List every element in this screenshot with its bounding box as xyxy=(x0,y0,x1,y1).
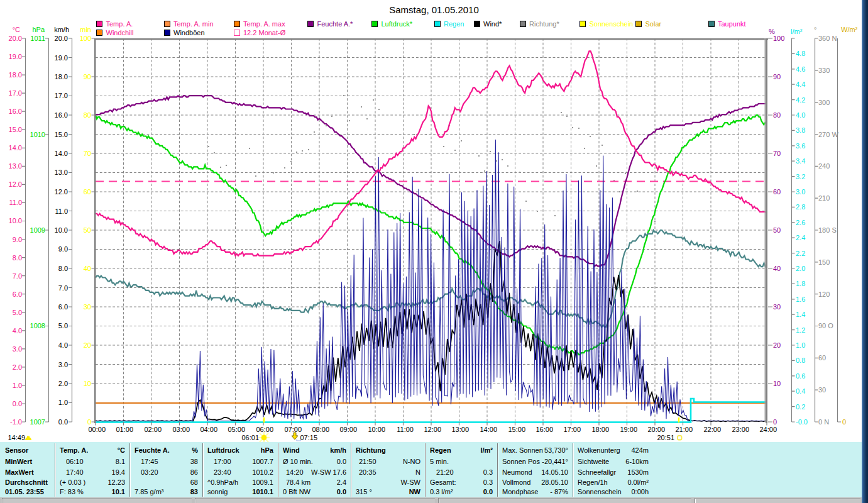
svg-text:2.0: 2.0 xyxy=(13,363,22,371)
svg-text:10: 10 xyxy=(773,380,781,387)
svg-text:210: 210 xyxy=(818,194,830,202)
svg-text:4.8: 4.8 xyxy=(796,50,805,57)
svg-text:1009: 1009 xyxy=(30,226,45,234)
svg-text:4.6: 4.6 xyxy=(796,65,805,73)
svg-text:18.0: 18.0 xyxy=(55,73,68,80)
svg-text:2.0: 2.0 xyxy=(796,265,805,272)
svg-text:l/m²: l/m² xyxy=(791,28,803,35)
svg-text:10.0: 10.0 xyxy=(9,217,22,224)
svg-text:0.2: 0.2 xyxy=(796,403,805,411)
svg-text:17:00: 17:00 xyxy=(563,426,581,433)
svg-text:9.0: 9.0 xyxy=(58,245,68,253)
svg-text:03:00: 03:00 xyxy=(172,426,190,433)
svg-text:6.0: 6.0 xyxy=(13,290,22,298)
svg-text:80: 80 xyxy=(84,111,91,119)
svg-text:3.4: 3.4 xyxy=(796,157,805,165)
svg-text:1011: 1011 xyxy=(30,35,45,42)
svg-text:2.2: 2.2 xyxy=(796,250,805,257)
svg-text:0: 0 xyxy=(87,418,91,426)
svg-text:5.0: 5.0 xyxy=(13,309,22,316)
svg-text:80: 80 xyxy=(773,111,781,119)
svg-text:10:00: 10:00 xyxy=(368,426,385,433)
svg-text:4.2: 4.2 xyxy=(796,96,805,104)
svg-text:0: 0 xyxy=(842,418,846,426)
svg-text:240: 240 xyxy=(818,162,830,170)
svg-text:0.4: 0.4 xyxy=(796,387,805,395)
svg-text:40: 40 xyxy=(773,265,781,272)
svg-text:11.0: 11.0 xyxy=(55,207,68,215)
svg-text:19.0: 19.0 xyxy=(9,53,22,60)
svg-text:60: 60 xyxy=(773,188,781,196)
svg-text:270 W: 270 W xyxy=(818,131,838,138)
svg-text:90 O: 90 O xyxy=(818,322,833,329)
svg-text:W/m²: W/m² xyxy=(841,26,858,33)
svg-text:12:00: 12:00 xyxy=(424,426,441,433)
svg-text:4.4: 4.4 xyxy=(796,80,805,88)
svg-text:120: 120 xyxy=(818,290,830,298)
svg-text:05:00: 05:00 xyxy=(228,426,245,433)
svg-text:15.0: 15.0 xyxy=(55,131,68,138)
svg-text:0.0: 0.0 xyxy=(58,418,68,426)
svg-text:1.6: 1.6 xyxy=(796,296,805,303)
svg-text:°: ° xyxy=(814,26,816,33)
svg-text:10: 10 xyxy=(84,380,91,387)
svg-text:150: 150 xyxy=(818,258,830,266)
svg-text:00:00: 00:00 xyxy=(88,426,106,433)
svg-text:18:00: 18:00 xyxy=(591,426,609,433)
svg-text:°C: °C xyxy=(13,26,20,33)
svg-text:14.0: 14.0 xyxy=(9,144,22,152)
svg-text:09:00: 09:00 xyxy=(339,426,357,433)
svg-text:km/h: km/h xyxy=(54,26,69,33)
svg-text:min: min xyxy=(80,26,91,33)
svg-text:20:51: 20:51 xyxy=(657,434,674,441)
svg-text:60: 60 xyxy=(84,188,91,196)
svg-text:08:00: 08:00 xyxy=(312,426,329,433)
svg-text:70: 70 xyxy=(773,150,781,157)
svg-text:8.0: 8.0 xyxy=(58,265,68,272)
svg-text:3.6: 3.6 xyxy=(796,142,805,150)
svg-text:4.0: 4.0 xyxy=(13,327,22,334)
svg-text:0.6: 0.6 xyxy=(796,372,805,380)
svg-text:8.0: 8.0 xyxy=(13,254,22,262)
svg-text:hPa: hPa xyxy=(32,26,45,33)
svg-text:02:00: 02:00 xyxy=(144,426,162,433)
svg-text:19.0: 19.0 xyxy=(55,54,68,62)
svg-text:07:00: 07:00 xyxy=(284,426,302,433)
svg-text:4.0: 4.0 xyxy=(58,341,68,349)
svg-text:17.0: 17.0 xyxy=(9,89,22,97)
svg-text:14:49: 14:49 xyxy=(8,434,25,441)
svg-text:4.0: 4.0 xyxy=(796,111,805,119)
svg-text:50: 50 xyxy=(84,226,91,234)
svg-text:23:00: 23:00 xyxy=(732,426,749,433)
svg-text:16.0: 16.0 xyxy=(55,111,68,119)
svg-text:9.0: 9.0 xyxy=(13,236,22,243)
svg-text:12.0: 12.0 xyxy=(55,188,68,196)
svg-text:13.0: 13.0 xyxy=(9,162,22,170)
svg-text:2.8: 2.8 xyxy=(796,203,805,211)
svg-text:1010: 1010 xyxy=(30,131,45,138)
svg-text:15.0: 15.0 xyxy=(9,126,22,133)
svg-text:100: 100 xyxy=(80,35,91,42)
svg-text:3.0: 3.0 xyxy=(13,345,22,353)
svg-text:06:01: 06:01 xyxy=(241,434,259,441)
svg-text:16.0: 16.0 xyxy=(9,108,22,115)
svg-text:330: 330 xyxy=(818,67,830,74)
svg-text:30: 30 xyxy=(773,303,781,311)
svg-text:16:00: 16:00 xyxy=(536,426,553,433)
svg-text:06:00: 06:00 xyxy=(256,426,273,433)
svg-text:24:00: 24:00 xyxy=(759,426,777,433)
svg-text:1.0: 1.0 xyxy=(58,399,68,406)
svg-text:04:00: 04:00 xyxy=(200,426,217,433)
svg-text:20: 20 xyxy=(84,341,91,349)
svg-text:12.0: 12.0 xyxy=(9,180,22,188)
svg-text:1.8: 1.8 xyxy=(796,280,805,287)
svg-text:11:00: 11:00 xyxy=(397,426,414,433)
svg-text:30: 30 xyxy=(818,386,826,394)
svg-text:1007: 1007 xyxy=(30,418,45,426)
svg-text:3.0: 3.0 xyxy=(796,188,805,196)
svg-text:30: 30 xyxy=(84,303,91,311)
svg-text:1008: 1008 xyxy=(30,322,45,329)
svg-text:180 S: 180 S xyxy=(818,226,837,234)
svg-text:20: 20 xyxy=(773,341,781,349)
svg-text:18.0: 18.0 xyxy=(9,71,22,79)
